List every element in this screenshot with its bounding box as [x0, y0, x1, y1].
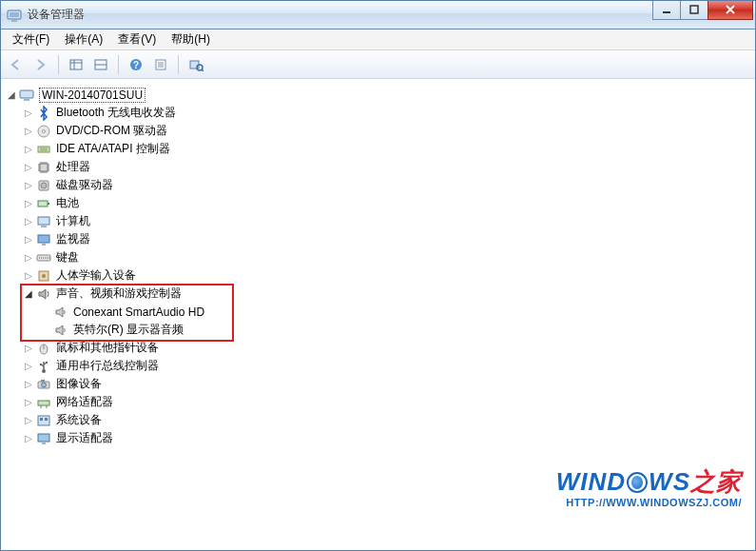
computer-icon — [18, 88, 35, 103]
menu-help[interactable]: 帮助(H) — [164, 30, 218, 49]
svg-rect-19 — [20, 90, 33, 98]
expand-icon[interactable]: ▷ — [22, 432, 35, 445]
help-icon[interactable]: ? — [125, 53, 147, 76]
usb-icon — [35, 359, 52, 374]
svg-point-22 — [43, 129, 46, 132]
display-icon — [35, 431, 52, 446]
tree-root-node[interactable]: ◢WIN-20140701SUU — [5, 86, 751, 104]
expand-icon[interactable]: ▷ — [22, 269, 35, 283]
expand-icon[interactable]: ▷ — [22, 179, 35, 192]
expand-icon[interactable]: ▷ — [22, 251, 35, 265]
svg-point-64 — [40, 363, 42, 364]
menu-file[interactable]: 文件(F) — [5, 30, 57, 49]
tree-item[interactable]: ▷显示适配器 — [22, 429, 751, 447]
scan-hardware-icon[interactable] — [184, 53, 207, 76]
watermark-url: HTTP://WWW.WINDOWSZJ.COM/ — [556, 497, 742, 508]
svg-rect-55 — [45, 257, 46, 259]
ide-icon — [35, 142, 52, 157]
expand-icon[interactable]: ▷ — [22, 107, 35, 120]
tree-item[interactable]: ▷IDE ATA/ATAPI 控制器 — [22, 140, 751, 158]
expand-icon[interactable]: ▷ — [22, 125, 35, 138]
menu-view[interactable]: 查看(V) — [110, 30, 164, 49]
expand-icon[interactable]: ▷ — [22, 161, 35, 174]
back-button[interactable] — [5, 53, 28, 76]
tree-item[interactable]: ▷电池 — [22, 194, 751, 212]
tree-item[interactable]: ▷系统设备 — [22, 411, 751, 429]
view-tree-icon[interactable] — [89, 53, 112, 76]
expand-icon[interactable]: ▷ — [22, 233, 35, 246]
mouse-icon — [35, 341, 52, 356]
close-button[interactable] — [708, 1, 753, 20]
tree-item[interactable]: ▷图像设备 — [22, 375, 751, 393]
tree-item[interactable]: ▷鼠标和其他指针设备 — [22, 339, 751, 357]
speaker-icon — [52, 323, 69, 338]
expand-icon[interactable]: ▷ — [22, 360, 35, 373]
watermark-text: WIND — [556, 467, 626, 496]
svg-point-67 — [42, 383, 47, 387]
menu-action[interactable]: 操作(A) — [57, 30, 110, 49]
tree-item[interactable]: ▷网络适配器 — [22, 393, 751, 411]
watermark-text: 之家 — [690, 467, 742, 496]
tree-item-label: 键盘 — [56, 249, 79, 266]
expand-icon[interactable]: ▷ — [22, 215, 35, 228]
expand-icon[interactable]: ▷ — [22, 197, 35, 210]
svg-rect-50 — [42, 244, 46, 246]
tree-item[interactable]: ▷Bluetooth 无线电收发器 — [22, 104, 751, 122]
view-list-icon[interactable] — [65, 53, 87, 76]
watermark: WINDWS之家 HTTP://WWW.WINDOWSZJ.COM/ — [556, 465, 742, 508]
tree-item-label: 鼠标和其他指针设备 — [56, 340, 159, 356]
monitor-icon — [35, 232, 52, 247]
expand-icon[interactable]: ▷ — [22, 396, 35, 409]
tree-item[interactable]: ▷处理器 — [22, 158, 751, 176]
tree-item[interactable]: ◢声音、视频和游戏控制器 — [22, 285, 751, 303]
device-tree-pane[interactable]: ◢WIN-20140701SUU▷Bluetooth 无线电收发器▷DVD/CD… — [1, 79, 755, 550]
hid-icon — [35, 268, 52, 284]
tree-item[interactable]: ▷人体学输入设备 — [22, 266, 751, 285]
tree-item[interactable]: ▷磁盘驱动器 — [22, 176, 751, 194]
tree-root-label: WIN-20140701SUU — [39, 88, 145, 103]
svg-rect-20 — [24, 99, 29, 101]
tree-item-label: 系统设备 — [56, 412, 102, 428]
tree-item-label: 处理器 — [56, 159, 90, 175]
tree-item[interactable]: Conexant SmartAudio HD — [39, 303, 751, 321]
collapse-icon[interactable]: ◢ — [5, 89, 18, 102]
watermark-text: WS — [649, 467, 690, 496]
tree-item-label: 通用串行总线控制器 — [56, 358, 159, 374]
expand-icon[interactable]: ▷ — [22, 378, 35, 391]
svg-point-59 — [42, 274, 46, 278]
expand-icon[interactable]: ▷ — [22, 414, 35, 427]
tree-item-label: 计算机 — [56, 213, 90, 229]
svg-rect-45 — [38, 201, 48, 207]
tree-item[interactable]: ▷DVD/CD-ROM 驱动器 — [22, 122, 751, 140]
tree-item-label: 人体学输入设备 — [56, 267, 136, 284]
expand-icon[interactable]: ▷ — [22, 342, 35, 355]
svg-rect-73 — [40, 418, 43, 421]
network-icon — [35, 395, 52, 410]
system-icon — [35, 413, 52, 428]
tree-item[interactable]: 英特尔(R) 显示器音频 — [39, 321, 751, 339]
tree-item[interactable]: ▷通用串行总线控制器 — [22, 357, 751, 375]
svg-rect-26 — [40, 164, 48, 171]
tree-item-label: 显示适配器 — [56, 430, 113, 446]
svg-rect-56 — [47, 257, 48, 259]
forward-button[interactable] — [29, 53, 52, 76]
tree-item-label: DVD/CD-ROM 驱动器 — [56, 123, 167, 139]
leaf-spacer — [39, 305, 52, 319]
svg-text:?: ? — [133, 60, 139, 70]
bluetooth-icon — [35, 106, 52, 121]
tree-item[interactable]: ▷计算机 — [22, 212, 751, 230]
svg-rect-1 — [10, 12, 19, 17]
tree-item[interactable]: ▷监视器 — [22, 230, 751, 248]
maximize-button[interactable] — [680, 1, 708, 20]
expand-icon[interactable]: ▷ — [22, 143, 35, 156]
minimize-button[interactable] — [652, 1, 681, 20]
properties-icon[interactable] — [149, 53, 172, 76]
camera-icon — [35, 377, 52, 392]
app-icon — [7, 8, 22, 23]
cpu-icon — [35, 160, 52, 175]
collapse-icon[interactable]: ◢ — [22, 287, 35, 301]
tree-item-label: 监视器 — [56, 231, 90, 247]
svg-rect-76 — [42, 443, 46, 444]
tree-item[interactable]: ▷键盘 — [22, 248, 751, 266]
svg-rect-4 — [690, 6, 698, 13]
